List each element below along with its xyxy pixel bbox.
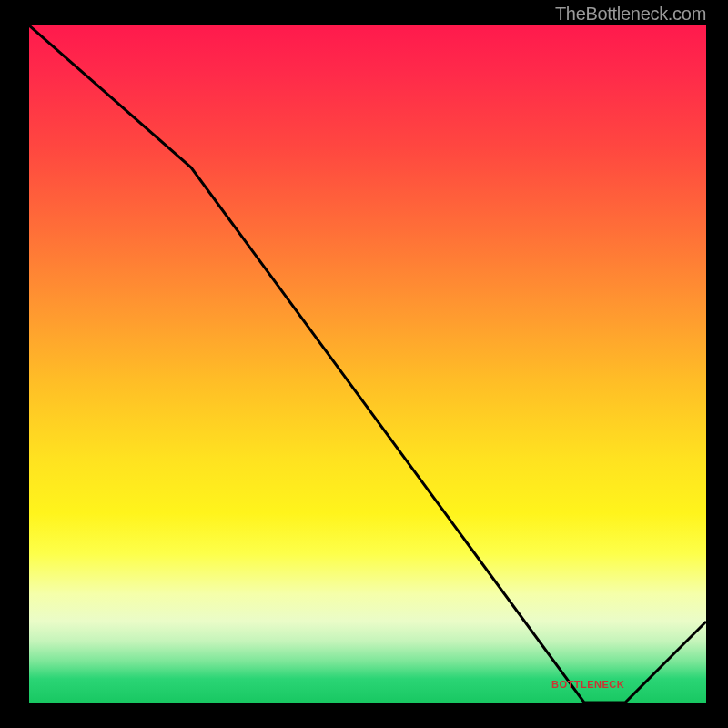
watermark-label: TheBottleneck.com [555,4,706,25]
bottleneck-label: BOTTLENECK [551,679,624,690]
bottleneck-curve [29,25,706,703]
plot-area: BOTTLENECK [29,25,706,703]
chart-container: TheBottleneck.com BOTTLENECK [0,0,728,728]
